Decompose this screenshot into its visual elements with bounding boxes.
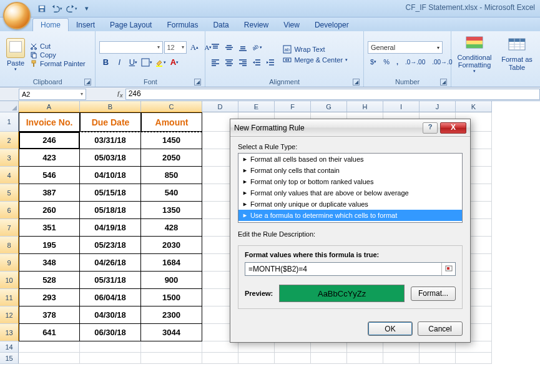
cell[interactable]: 641 xyxy=(19,324,80,341)
cell[interactable]: 348 xyxy=(19,254,80,272)
cell[interactable]: 423 xyxy=(19,149,80,167)
cell[interactable] xyxy=(80,341,141,353)
cell[interactable]: 900 xyxy=(141,272,202,289)
cell[interactable] xyxy=(456,341,492,353)
row-header[interactable]: 5 xyxy=(0,184,19,202)
cut-button[interactable]: Cut xyxy=(30,42,86,50)
cell[interactable] xyxy=(19,341,80,353)
tab-view[interactable]: View xyxy=(276,19,307,31)
row-header[interactable]: 7 xyxy=(0,219,19,237)
cell[interactable]: 2050 xyxy=(141,149,202,167)
cell[interactable]: 04/19/18 xyxy=(80,219,141,237)
column-header[interactable]: H xyxy=(347,101,383,112)
column-header[interactable]: F xyxy=(275,101,311,112)
bold-button[interactable]: B xyxy=(99,56,112,69)
cell[interactable]: 428 xyxy=(141,219,202,237)
cell[interactable] xyxy=(80,353,141,364)
number-launcher-icon[interactable]: ◢ xyxy=(440,79,447,86)
orientation-icon[interactable]: ab▾ xyxy=(250,41,263,54)
column-header[interactable]: D xyxy=(202,101,238,112)
cell[interactable]: 528 xyxy=(19,272,80,289)
align-bottom-icon[interactable] xyxy=(237,41,249,54)
fx-icon[interactable]: fx xyxy=(117,89,123,99)
cell[interactable] xyxy=(420,353,456,364)
dialog-help-button[interactable]: ? xyxy=(423,122,438,134)
increase-indent-icon[interactable] xyxy=(264,56,277,69)
cell[interactable]: 04/30/18 xyxy=(80,306,141,324)
cell[interactable]: 351 xyxy=(19,219,80,237)
paste-button[interactable]: Paste ▾ xyxy=(4,38,27,72)
formula-input[interactable]: 246 xyxy=(125,89,540,100)
cell[interactable]: 2030 xyxy=(141,237,202,254)
rule-type-item[interactable]: ►Format only unique or duplicate values xyxy=(238,198,462,210)
cell[interactable]: 546 xyxy=(19,167,80,184)
decrease-indent-icon[interactable] xyxy=(250,56,263,69)
save-icon[interactable] xyxy=(35,2,49,16)
cell[interactable] xyxy=(238,353,275,364)
cell[interactable] xyxy=(141,341,202,353)
accounting-format-button[interactable]: $ ▾ xyxy=(368,56,379,68)
cell[interactable]: 1500 xyxy=(141,289,202,306)
cell[interactable]: 05/23/18 xyxy=(80,237,141,254)
cell[interactable]: 3044 xyxy=(141,324,202,341)
cancel-button[interactable]: Cancel xyxy=(418,321,463,336)
name-box[interactable]: A2▾ xyxy=(19,89,86,100)
cell[interactable]: 246 xyxy=(19,132,80,149)
format-button[interactable]: Format... xyxy=(411,287,456,301)
wrap-text-button[interactable]: abWrap Text xyxy=(283,45,348,54)
column-header[interactable]: E xyxy=(238,101,275,112)
rule-type-item[interactable]: ►Format only values that are above or be… xyxy=(238,187,462,198)
tab-review[interactable]: Review xyxy=(237,19,276,31)
ok-button[interactable]: OK xyxy=(368,321,413,336)
cell[interactable]: 850 xyxy=(141,167,202,184)
row-header[interactable]: 2 xyxy=(0,132,19,149)
align-left-icon[interactable] xyxy=(209,56,222,69)
row-header[interactable]: 13 xyxy=(0,324,19,341)
border-button[interactable]: ▾ xyxy=(140,56,153,69)
cell[interactable] xyxy=(383,341,420,353)
merge-center-button[interactable]: Merge & Center▾ xyxy=(283,56,348,64)
cell[interactable]: 05/18/18 xyxy=(80,202,141,219)
select-all-corner[interactable] xyxy=(0,101,19,112)
row-header[interactable]: 15 xyxy=(0,353,19,364)
redo-icon[interactable]: ▾ xyxy=(65,2,79,16)
cell[interactable] xyxy=(311,353,347,364)
cell[interactable]: 260 xyxy=(19,202,80,219)
number-format-select[interactable]: General▾ xyxy=(368,41,443,54)
column-header[interactable]: C xyxy=(141,101,202,112)
cell[interactable]: 293 xyxy=(19,289,80,306)
cell[interactable]: 05/15/18 xyxy=(80,184,141,202)
row-header[interactable]: 11 xyxy=(0,289,19,306)
cell[interactable]: 195 xyxy=(19,237,80,254)
cell[interactable]: 1684 xyxy=(141,254,202,272)
font-launcher-icon[interactable]: ◢ xyxy=(194,79,201,86)
conditional-formatting-button[interactable]: Conditional Formatting▾ xyxy=(455,36,494,74)
cell[interactable]: 04/26/18 xyxy=(80,254,141,272)
clipboard-launcher-icon[interactable]: ◢ xyxy=(84,79,91,86)
cell[interactable] xyxy=(202,341,238,353)
rule-type-item[interactable]: ►Format only cells that contain xyxy=(238,165,462,176)
cell[interactable] xyxy=(238,341,275,353)
cell[interactable] xyxy=(275,341,311,353)
cell[interactable] xyxy=(202,353,238,364)
align-center-icon[interactable] xyxy=(223,56,235,69)
align-right-icon[interactable] xyxy=(237,56,249,69)
tab-home[interactable]: Home xyxy=(32,18,69,31)
font-name-select[interactable]: ▾ xyxy=(99,41,163,54)
row-header[interactable]: 1 xyxy=(0,112,19,132)
font-color-button[interactable]: A▾ xyxy=(168,56,180,69)
rule-type-item[interactable]: ►Format only top or bottom ranked values xyxy=(238,176,462,187)
row-header[interactable]: 12 xyxy=(0,306,19,324)
italic-button[interactable]: I xyxy=(113,56,125,69)
row-header[interactable]: 14 xyxy=(0,341,19,353)
tab-developer[interactable]: Developer xyxy=(307,19,356,31)
cell[interactable] xyxy=(347,353,383,364)
cell[interactable] xyxy=(275,353,311,364)
cell[interactable]: 05/03/18 xyxy=(80,149,141,167)
column-header[interactable]: I xyxy=(383,101,420,112)
row-header[interactable]: 4 xyxy=(0,167,19,184)
tab-formulas[interactable]: Formulas xyxy=(159,19,205,31)
column-header[interactable]: G xyxy=(311,101,347,112)
cell[interactable] xyxy=(141,353,202,364)
row-header[interactable]: 8 xyxy=(0,237,19,254)
